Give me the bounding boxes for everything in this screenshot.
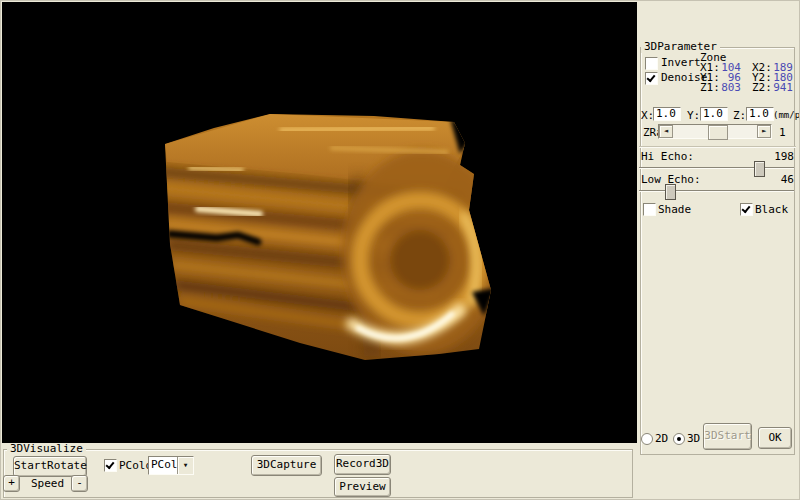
scale-y-label: Y: [687, 110, 700, 122]
chevron-down-icon[interactable]: ▼ [177, 457, 193, 474]
hi-echo-track [639, 167, 794, 169]
render-viewport[interactable] [2, 2, 637, 443]
zrate-scroll-right-icon[interactable]: ► [757, 125, 771, 138]
black-label: Black [755, 204, 788, 216]
low-echo-track [639, 190, 794, 192]
start-rotate-button[interactable]: StartRotate [13, 456, 87, 477]
pcolor-select[interactable]: PColor ▼ [148, 456, 194, 475]
invert-checkbox[interactable] [645, 57, 658, 70]
pcolor-checkbox[interactable] [104, 459, 117, 472]
volume-render [2, 2, 637, 443]
mode-3d-label: 3D [687, 433, 700, 445]
zrate-scroll-thumb[interactable] [708, 125, 728, 140]
scale-z-input[interactable] [746, 107, 774, 121]
speed-plus-button[interactable]: + [3, 475, 20, 492]
preview-button[interactable]: Preview [334, 477, 391, 497]
zrate-scroll-track[interactable] [673, 125, 757, 138]
mode-2d-label: 2D [655, 433, 668, 445]
hi-echo-thumb[interactable] [754, 161, 765, 177]
separator [639, 146, 796, 148]
pcolor-select-value: PColor [149, 459, 177, 471]
zone-z1-value: 803 [709, 82, 741, 94]
invert-label: Invert [661, 57, 701, 69]
zrate-scroll-left-icon[interactable]: ◄ [659, 125, 673, 138]
visualize-group-title: 3DVisualize [7, 443, 86, 455]
low-echo-slider[interactable] [639, 183, 794, 199]
parameter-panel: 3DParameter Invert Denoise Zone X1: 104 … [637, 0, 800, 500]
scale-x-input[interactable] [653, 107, 681, 121]
zone-z2-value: 941 [761, 82, 793, 94]
3dcapture-button[interactable]: 3DCapture [251, 455, 322, 476]
zrate-value: 1 [779, 127, 786, 139]
mode-3d-radio[interactable] [673, 433, 685, 445]
shade-label: Shade [658, 204, 691, 216]
record3d-button[interactable]: Record3D [334, 454, 391, 475]
denoise-checkbox[interactable] [645, 72, 658, 85]
scale-unit-label: (mm/p) [773, 111, 800, 121]
shade-checkbox[interactable] [643, 203, 656, 216]
ok-button[interactable]: OK [758, 427, 792, 449]
black-checkbox[interactable] [740, 203, 753, 216]
parameter-group-title: 3DParameter [641, 41, 720, 53]
speed-label: Speed [31, 478, 64, 490]
3dstart-button[interactable]: 3DStart [703, 423, 752, 450]
zrate-scrollbar[interactable]: ◄ ► [658, 124, 772, 139]
scale-y-input[interactable] [700, 107, 728, 121]
mode-2d-radio[interactable] [641, 433, 653, 445]
speed-minus-button[interactable]: - [71, 475, 88, 492]
low-echo-thumb[interactable] [665, 184, 676, 200]
scale-z-label: Z: [733, 110, 746, 122]
